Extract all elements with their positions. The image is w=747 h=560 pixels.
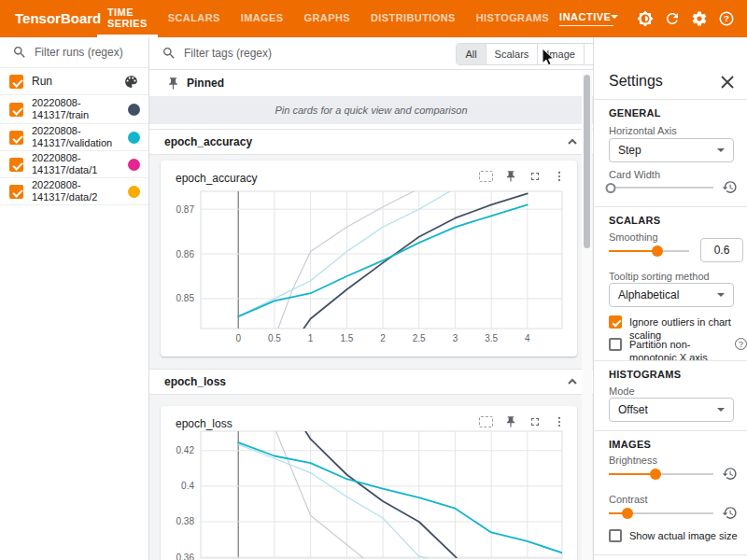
svg-text:0.86: 0.86 [176,249,195,259]
filter-all[interactable]: All [457,44,485,64]
run-checkbox[interactable] [9,103,23,117]
run-label: 20220808-141317/data/1 [32,152,123,176]
close-icon[interactable] [721,76,734,89]
pin-card-icon[interactable] [504,170,517,183]
show-actual-size-checkbox[interactable] [609,529,622,542]
run-row[interactable]: 20220808-141317/validation [0,124,148,151]
filter-image[interactable]: Image [537,44,584,64]
partition-x-axis-checkbox[interactable] [609,338,622,351]
help-icon[interactable]: ? [718,10,735,27]
reset-icon[interactable] [722,179,738,195]
reset-icon[interactable] [722,505,738,521]
appbar-right: INACTIVE ? [559,0,747,37]
chevron-up-icon[interactable] [567,136,578,147]
app-bar: TensorBoard TIME SERIES SCALARS IMAGES G… [0,0,747,37]
svg-text:1.5: 1.5 [340,333,353,343]
contrast-label: Contrast [609,494,648,505]
section-epoch-loss[interactable]: epoch_loss [149,369,593,395]
chevron-up-icon[interactable] [567,376,578,387]
refresh-icon[interactable] [664,10,681,27]
section-title: epoch_loss [164,375,226,388]
scalar-card-epoch-accuracy: epoch_accuracy 00.511.522.533.540.850.86… [161,161,577,357]
general-heading: GENERAL [609,107,661,119]
brightness-slider[interactable] [609,468,713,481]
svg-text:0.85: 0.85 [176,293,195,303]
epoch-loss-chart[interactable]: 0.360.380.40.42 [168,425,576,560]
status-label: INACTIVE [559,11,611,22]
gear-icon[interactable] [691,10,708,27]
palette-icon[interactable] [123,74,139,90]
tooltip-sorting-select[interactable]: Alphabetical [609,283,734,307]
run-checkbox[interactable] [9,158,23,172]
tab-scalars[interactable]: SCALARS [158,0,231,37]
divider [594,554,747,555]
horizontal-axis-select[interactable]: Step [609,138,734,162]
data-selection-icon[interactable] [479,171,493,182]
show-actual-size-label: Show actual image size [629,529,738,542]
reload-status-select[interactable]: INACTIVE [559,11,613,26]
run-row[interactable]: 20220808-141317/data/2 [0,178,148,205]
slider-thumb[interactable] [622,508,633,519]
pinned-title: Pinned [187,77,224,90]
card-actions [468,170,566,183]
epoch-accuracy-chart[interactable]: 00.511.522.533.540.850.860.87 [168,185,576,349]
run-row[interactable]: 20220808-141317/data/1 [0,151,148,178]
reset-icon[interactable] [722,466,738,482]
smoothing-value-input[interactable] [700,238,743,262]
svg-text:4: 4 [525,333,530,343]
run-row[interactable]: 20220808-141317/train [0,95,148,124]
search-icon [12,45,27,60]
contrast-slider[interactable] [609,507,713,520]
svg-text:0: 0 [235,333,241,343]
tab-images[interactable]: IMAGES [231,0,294,37]
main-scrollbar-thumb[interactable] [584,75,590,248]
fullscreen-icon[interactable] [529,170,542,183]
histogram-mode-value: Offset [618,403,648,416]
settings-panel: Settings GENERAL Horizontal Axis Step Ca… [593,37,747,560]
divider [594,360,747,361]
runs-header-row: Run [0,68,148,95]
filter-runs-input[interactable] [35,46,137,59]
run-checkbox[interactable] [9,131,23,145]
svg-text:2: 2 [380,333,386,343]
tab-distributions[interactable]: DISTRIBUTIONS [360,0,466,37]
tooltip-sorting-value: Alphabetical [618,288,679,301]
scalar-card-epoch-loss: epoch_loss 0.360.380.40.42 [161,406,577,560]
brightness-label: Brightness [609,455,657,466]
slider-thumb[interactable] [650,469,661,480]
run-label: 20220808-141317/data/2 [32,179,123,203]
top-nav: TIME SERIES SCALARS IMAGES GRAPHS DISTRI… [97,0,559,37]
svg-text:3: 3 [453,333,458,343]
filter-tags-input[interactable] [184,47,371,60]
svg-text:0.36: 0.36 [176,553,195,560]
card-width-label: Card Width [609,169,660,180]
chevron-down-icon [717,293,725,297]
ignore-outliers-checkbox[interactable] [609,315,622,329]
divider [594,430,747,431]
run-color-dot [128,132,140,144]
divider [594,99,747,100]
tab-time-series[interactable]: TIME SERIES [97,0,158,37]
tensorboard-app: TensorBoard TIME SERIES SCALARS IMAGES G… [0,0,747,560]
help-icon[interactable]: ? [735,338,747,350]
brightness-toggle-icon[interactable] [637,10,654,27]
show-actual-size-row[interactable]: Show actual image size [609,529,738,542]
section-epoch-accuracy[interactable]: epoch_accuracy [149,129,593,155]
svg-text:3.5: 3.5 [485,333,498,343]
search-icon [162,46,176,61]
run-checkbox[interactable] [9,185,23,199]
histogram-mode-select[interactable]: Offset [609,398,734,422]
slider-thumb[interactable] [652,245,663,257]
tab-histograms[interactable]: HISTOGRAMS [466,0,559,37]
tab-graphs[interactable]: GRAPHS [294,0,360,37]
horizontal-axis-value: Step [618,144,641,157]
select-all-runs-checkbox[interactable] [9,75,23,89]
runs-column-header: Run [32,76,123,88]
filter-scalars[interactable]: Scalars [486,44,538,64]
smoothing-slider[interactable] [609,245,689,258]
slider-thumb[interactable] [606,183,616,193]
histogram-mode-label: Mode [609,385,635,397]
more-options-icon[interactable] [553,170,566,183]
card-width-slider[interactable] [609,181,713,194]
pinned-header: Pinned [149,70,593,96]
